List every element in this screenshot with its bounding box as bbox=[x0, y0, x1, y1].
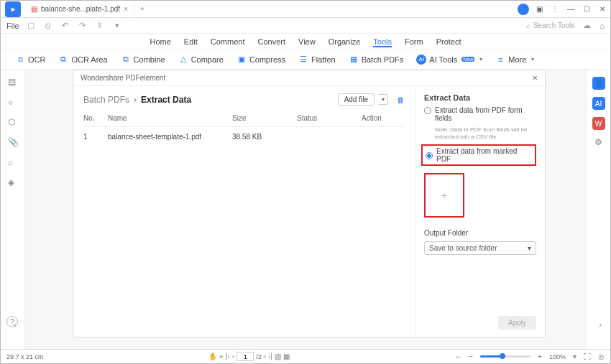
shield-icon[interactable]: ⬡ bbox=[8, 117, 18, 127]
cell-size: 38.58 KB bbox=[232, 131, 297, 142]
ocr-button[interactable]: ⧈OCR bbox=[12, 53, 48, 66]
window-box-icon[interactable]: ▣ bbox=[531, 1, 547, 17]
delete-icon[interactable]: 🗑 bbox=[397, 95, 405, 104]
ocr-area-button[interactable]: ⧉OCR Area bbox=[55, 53, 110, 66]
read-mode-icon[interactable]: ◎ bbox=[598, 353, 605, 360]
select-tool-icon[interactable]: ⌖ bbox=[219, 353, 224, 361]
apply-button[interactable]: Apply bbox=[498, 316, 536, 330]
prev-page-chevron[interactable]: ‹ bbox=[14, 320, 17, 329]
extract-title: Extract Data bbox=[424, 93, 536, 102]
left-sidebar: ▤ ⟐ ⬡ 📎 ⌕ ◈ bbox=[1, 70, 25, 349]
user-avatar-icon[interactable] bbox=[518, 4, 529, 15]
menu-tools[interactable]: Tools bbox=[373, 36, 392, 47]
layers-icon[interactable]: ◈ bbox=[8, 177, 18, 187]
batch-panel: Wondershare PDFelement ✕ Batch PDFs › Ex… bbox=[73, 70, 546, 337]
bookmark-icon[interactable]: ⟐ bbox=[8, 97, 18, 107]
page-input[interactable] bbox=[236, 352, 254, 361]
add-file-button[interactable]: Add file bbox=[338, 93, 375, 106]
zoom-out-icon[interactable]: − bbox=[469, 353, 473, 360]
search-icon: ⌕ bbox=[526, 22, 530, 29]
menu-edit[interactable]: Edit bbox=[184, 36, 198, 47]
add-area-thumbnail[interactable]: + bbox=[424, 173, 464, 218]
cloud-icon[interactable]: ☁ bbox=[583, 21, 591, 30]
save-icon[interactable]: ▢ bbox=[25, 20, 37, 32]
layout2-icon[interactable]: ▦ bbox=[283, 353, 290, 360]
prev-icon[interactable]: ‹ bbox=[232, 353, 234, 360]
tab-title: balance-she...plate-1.pdf bbox=[41, 5, 120, 13]
radio-unselected-icon[interactable] bbox=[424, 107, 431, 114]
add-file-dropdown[interactable]: ▾ bbox=[379, 94, 388, 105]
zoom-slider[interactable] bbox=[480, 355, 530, 358]
compress-icon: ▣ bbox=[236, 55, 247, 65]
right-sidebar: 👤 AI W ⚙ bbox=[586, 70, 610, 349]
menu-organize[interactable]: Organize bbox=[329, 36, 361, 47]
close-window-icon[interactable]: ✕ bbox=[594, 1, 610, 17]
menu-comment[interactable]: Comment bbox=[211, 36, 245, 47]
fullscreen-icon[interactable]: ⛶ bbox=[584, 353, 591, 360]
new-badge: New bbox=[461, 57, 474, 62]
zoom-dropdown-icon[interactable]: ▾ bbox=[573, 353, 576, 360]
more-button[interactable]: ≡More bbox=[492, 53, 537, 66]
table-row[interactable]: 1 balance-sheet-template-1.pdf 38.58 KB bbox=[83, 127, 405, 146]
document-tab[interactable]: ▤ balance-she...plate-1.pdf × bbox=[25, 1, 134, 17]
output-folder-label: Output Folder bbox=[424, 229, 536, 237]
kebab-menu-icon[interactable]: ⋮ bbox=[547, 1, 563, 17]
panel-title: Wondershare PDFelement bbox=[81, 74, 165, 82]
batch-pdfs-button[interactable]: ▦Batch PDFs bbox=[346, 53, 407, 66]
ai-chip-icon[interactable]: AI bbox=[592, 97, 605, 110]
cell-name: balance-sheet-template-1.pdf bbox=[108, 131, 232, 142]
add-tab-button[interactable]: + bbox=[134, 5, 150, 13]
file-menu[interactable]: File bbox=[6, 22, 19, 30]
flatten-button[interactable]: ☰Flatten bbox=[295, 53, 339, 66]
batch-icon: ▦ bbox=[349, 55, 359, 65]
chevron-down-icon: ▾ bbox=[528, 244, 531, 252]
col-name: Name bbox=[108, 113, 232, 123]
content-area: NET ASSETS (NET WORTH) Wondershare PDFel… bbox=[25, 70, 586, 349]
menu-convert[interactable]: Convert bbox=[257, 36, 285, 47]
output-folder-select[interactable]: Save to source folder ▾ bbox=[424, 241, 536, 255]
ai-tools-button[interactable]: AIAI ToolsNew bbox=[413, 53, 485, 66]
radio-selected-icon[interactable] bbox=[426, 152, 433, 159]
output-folder-value: Save to source folder bbox=[429, 244, 497, 252]
menu-view[interactable]: View bbox=[298, 36, 316, 47]
search-tools[interactable]: ⌕ Search Tools bbox=[526, 22, 575, 29]
share-icon[interactable]: ⇪ bbox=[94, 20, 106, 32]
layout1-icon[interactable]: ▥ bbox=[275, 353, 281, 360]
next-icon[interactable]: › bbox=[264, 353, 266, 360]
minimize-icon[interactable]: — bbox=[563, 1, 579, 17]
redo-icon[interactable]: ↷ bbox=[77, 20, 88, 32]
next-page-chevron[interactable]: › bbox=[599, 320, 602, 329]
home-icon[interactable]: ⌂ bbox=[599, 22, 605, 30]
menu-protect[interactable]: Protect bbox=[436, 36, 461, 47]
combine-button[interactable]: ⧉Combine bbox=[118, 53, 168, 66]
option-marked-pdf[interactable]: Extract data from marked PDF bbox=[421, 144, 536, 166]
user-chip-icon[interactable]: 👤 bbox=[592, 77, 605, 90]
fit-width-icon[interactable]: ↔ bbox=[454, 353, 461, 360]
last-page-icon[interactable]: ›| bbox=[268, 353, 272, 360]
attachment-icon[interactable]: 📎 bbox=[8, 137, 18, 147]
ocr-area-icon: ⧉ bbox=[58, 55, 68, 65]
zoom-in-icon[interactable]: + bbox=[538, 353, 542, 360]
compare-button[interactable]: △Compare bbox=[175, 53, 226, 66]
page-dimensions: 29.7 x 21 cm bbox=[6, 353, 44, 360]
close-panel-icon[interactable]: ✕ bbox=[532, 74, 538, 82]
dropdown-icon[interactable]: ▾ bbox=[111, 20, 123, 32]
breadcrumb-batch[interactable]: Batch PDFs bbox=[83, 95, 129, 105]
settings-rail-icon[interactable]: ⚙ bbox=[594, 137, 602, 147]
breadcrumb-extract: Extract Data bbox=[141, 95, 191, 105]
hand-tool-icon[interactable]: ✋ bbox=[208, 353, 217, 360]
menu-form[interactable]: Form bbox=[405, 36, 423, 47]
search-rail-icon[interactable]: ⌕ bbox=[8, 157, 18, 167]
close-tab-icon[interactable]: × bbox=[124, 5, 128, 13]
cell-no: 1 bbox=[83, 131, 108, 142]
maximize-icon[interactable]: ☐ bbox=[579, 1, 594, 17]
thumbnail-icon[interactable]: ▤ bbox=[8, 77, 18, 87]
more-icon: ≡ bbox=[495, 55, 505, 65]
undo-icon[interactable]: ↶ bbox=[60, 20, 71, 32]
print-icon[interactable]: ⎙ bbox=[42, 20, 54, 32]
word-chip-icon[interactable]: W bbox=[592, 117, 605, 130]
compress-button[interactable]: ▣Compress bbox=[234, 53, 288, 66]
menu-home[interactable]: Home bbox=[150, 36, 170, 47]
option-form-fields[interactable]: Extract data from PDF form fields bbox=[424, 106, 536, 122]
first-page-icon[interactable]: |‹ bbox=[226, 353, 230, 360]
